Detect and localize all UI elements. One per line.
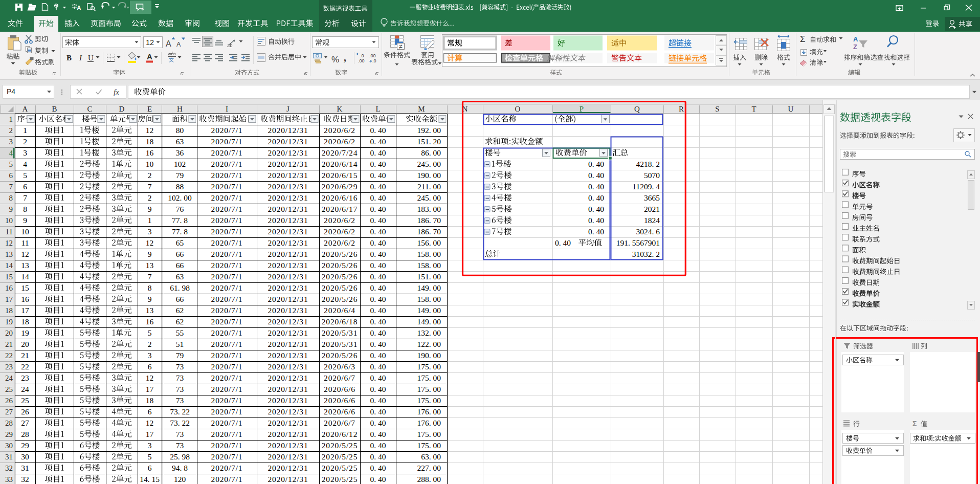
- svg-text:0. 40: 0. 40: [370, 227, 386, 236]
- svg-text:R: R: [679, 105, 684, 113]
- svg-text:175. 00: 175. 00: [417, 385, 441, 393]
- svg-text:73: 73: [176, 385, 184, 393]
- svg-text:2020/7/1: 2020/7/1: [211, 419, 243, 427]
- svg-text:2020/12/31: 2020/12/31: [268, 283, 308, 292]
- svg-text:0. 40: 0. 40: [370, 475, 386, 483]
- svg-text:55: 55: [176, 328, 184, 337]
- svg-text:0. 40: 0. 40: [370, 407, 386, 416]
- svg-text:17: 17: [146, 385, 154, 393]
- svg-text:0. 40: 0. 40: [370, 317, 386, 326]
- svg-text:175. 00: 175. 00: [417, 441, 441, 450]
- svg-text:9: 9: [9, 205, 13, 213]
- svg-text:11: 11: [21, 238, 29, 247]
- svg-text:K: K: [337, 105, 343, 113]
- svg-text:191. 5567901: 191. 5567901: [616, 238, 660, 247]
- svg-text:2020/5/31: 2020/5/31: [322, 328, 358, 337]
- svg-text:192. 00: 192. 00: [417, 126, 441, 135]
- svg-text:73: 73: [176, 396, 184, 405]
- svg-text:0. 40: 0. 40: [555, 238, 571, 247]
- svg-text:0. 40: 0. 40: [370, 250, 386, 258]
- svg-text:2020/6/15: 2020/6/15: [322, 171, 358, 180]
- svg-text:0. 40: 0. 40: [370, 328, 386, 337]
- svg-text:29: 29: [21, 441, 29, 450]
- svg-text:26: 26: [5, 397, 13, 405]
- svg-text:51: 51: [176, 340, 184, 348]
- svg-text:245. 00: 245. 00: [417, 193, 441, 202]
- svg-text:2020/6/6: 2020/6/6: [324, 396, 355, 405]
- svg-text:2020/12/31: 2020/12/31: [268, 452, 308, 461]
- svg-text:73: 73: [176, 373, 184, 382]
- svg-text:0. 40: 0. 40: [370, 283, 386, 292]
- svg-text:fx: fx: [114, 88, 119, 96]
- svg-text:2020/6/29: 2020/6/29: [322, 182, 358, 191]
- svg-text:30: 30: [5, 442, 13, 450]
- svg-text:2020/12/31: 2020/12/31: [268, 430, 308, 438]
- svg-text:18: 18: [146, 137, 154, 146]
- svg-text:0. 40: 0. 40: [370, 193, 386, 202]
- svg-text:2020/7/1: 2020/7/1: [211, 385, 243, 393]
- svg-text:2020/6/2: 2020/6/2: [324, 227, 355, 236]
- svg-text:2020/7/1: 2020/7/1: [211, 373, 243, 382]
- svg-text:7: 7: [148, 272, 152, 281]
- svg-text:18: 18: [5, 306, 13, 315]
- svg-text:0. 40: 0. 40: [370, 396, 386, 405]
- svg-text:186. 70: 186. 70: [417, 227, 441, 236]
- svg-text:2020/6/17: 2020/6/17: [322, 205, 358, 213]
- svg-text:6: 6: [148, 362, 152, 371]
- svg-text:158. 00: 158. 00: [417, 295, 441, 303]
- svg-text:1: 1: [148, 216, 152, 225]
- svg-text:183. 00: 183. 00: [417, 205, 441, 213]
- svg-text:211. 00: 211. 00: [417, 182, 441, 191]
- svg-text:2020/12/31: 2020/12/31: [268, 362, 308, 371]
- svg-text:0. 40: 0. 40: [588, 160, 604, 168]
- svg-text:0. 40: 0. 40: [370, 419, 386, 427]
- svg-text:12: 12: [146, 238, 154, 247]
- svg-text:21: 21: [5, 340, 13, 348]
- svg-text:2020/12/31: 2020/12/31: [268, 238, 308, 247]
- svg-text:2020/7/24: 2020/7/24: [322, 148, 358, 157]
- svg-text:2020/7/1: 2020/7/1: [211, 160, 243, 168]
- svg-text:14: 14: [21, 272, 29, 281]
- svg-text:25. 98: 25. 98: [170, 452, 190, 461]
- svg-text:175. 00: 175. 00: [417, 373, 441, 382]
- svg-text:0. 40: 0. 40: [370, 295, 386, 303]
- svg-text:0. 40: 0. 40: [370, 306, 386, 315]
- svg-text:0. 40: 0. 40: [588, 171, 604, 180]
- svg-text:28: 28: [5, 419, 13, 427]
- svg-text:25: 25: [21, 396, 29, 405]
- svg-text:2020/12/31: 2020/12/31: [268, 306, 308, 315]
- svg-text:36: 36: [176, 148, 184, 157]
- svg-text:I: I: [79, 54, 82, 62]
- svg-text:2020/12/31: 2020/12/31: [268, 171, 308, 180]
- svg-text:2020/6/2: 2020/6/2: [324, 238, 355, 247]
- svg-text:88: 88: [176, 182, 184, 191]
- svg-text:73. 22: 73. 22: [170, 419, 190, 427]
- svg-text:2020/12/31: 2020/12/31: [268, 193, 308, 202]
- svg-text:8: 8: [148, 283, 152, 292]
- svg-text:12: 12: [5, 239, 13, 247]
- svg-text:0. 40: 0. 40: [370, 373, 386, 382]
- svg-text:20: 20: [5, 329, 13, 337]
- svg-text:14. 15: 14. 15: [140, 475, 160, 483]
- svg-text:9: 9: [148, 295, 152, 303]
- svg-text:32: 32: [21, 475, 29, 483]
- svg-text:3: 3: [148, 227, 152, 236]
- svg-text:2020/7/1: 2020/7/1: [211, 182, 243, 191]
- svg-text:3: 3: [148, 351, 152, 360]
- svg-text:2020/6/16: 2020/6/16: [322, 193, 358, 202]
- svg-text:30: 30: [21, 452, 29, 461]
- svg-text:2020/5/31: 2020/5/31: [322, 340, 358, 348]
- svg-text:77. 8: 77. 8: [172, 216, 188, 225]
- svg-text:19: 19: [21, 328, 29, 337]
- svg-text:186. 70: 186. 70: [417, 216, 441, 225]
- svg-text:227. 00: 227. 00: [417, 464, 441, 472]
- svg-text:190. 00: 190. 00: [417, 351, 441, 360]
- svg-text:1: 1: [9, 115, 13, 123]
- svg-text:15: 15: [5, 273, 13, 281]
- svg-text:86. 00: 86. 00: [421, 148, 441, 157]
- svg-text:12: 12: [146, 126, 154, 135]
- svg-text:.0: .0: [372, 58, 376, 63]
- svg-text:2020/7/1: 2020/7/1: [211, 227, 243, 236]
- svg-text:151. 00: 151. 00: [417, 272, 441, 281]
- svg-text:2021: 2021: [644, 205, 660, 213]
